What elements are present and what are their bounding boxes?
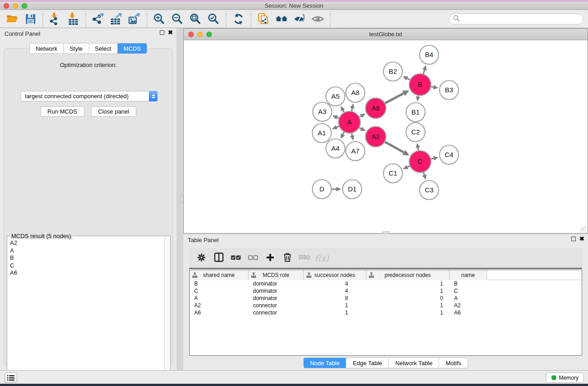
resize-grip-icon[interactable]	[581, 226, 587, 233]
table-cell[interactable]: A2	[449, 302, 487, 309]
float-panel-icon[interactable]	[571, 237, 576, 241]
table-row[interactable]: A6connector11A6	[190, 309, 582, 316]
table-cell[interactable]: 1	[366, 287, 449, 295]
table-row[interactable]: Cdominator41C	[190, 287, 582, 295]
table-cell[interactable]: 1	[366, 302, 449, 309]
table-row[interactable]: A2connector11A2	[190, 302, 582, 309]
graph-edge-A-A3[interactable]	[337, 118, 339, 119]
graph-edge-C-C1[interactable]	[407, 166, 410, 167]
zoom-in-button[interactable]	[151, 11, 167, 27]
table-cell[interactable]: A2	[190, 302, 249, 309]
tab-mcds[interactable]: MCDS	[117, 43, 147, 53]
table-cell[interactable]: connector	[249, 302, 304, 309]
table-cell[interactable]: 1	[366, 309, 449, 316]
close-window-button[interactable]	[4, 3, 9, 9]
table-cell[interactable]: dominator	[249, 295, 304, 302]
graph-edge-A6-B[interactable]	[385, 93, 404, 103]
close-panel-icon[interactable]: ✖	[579, 237, 584, 241]
result-list-item[interactable]: B	[10, 254, 162, 262]
hide-selected-button[interactable]	[292, 11, 308, 27]
graph-edge-A-A7[interactable]	[352, 133, 352, 135]
tab-node-table[interactable]: Node Table	[304, 358, 346, 368]
network-graph[interactable]: B4B2BB3A5A8A6A3AB1A1A2C2A4A7C4CC1DD1C3	[184, 40, 588, 233]
duplicate-network-button[interactable]	[255, 11, 272, 27]
houses-button[interactable]	[273, 11, 290, 27]
main-titlebar[interactable]: Session: New Session	[0, 2, 588, 10]
tab-select[interactable]: Select	[89, 43, 117, 53]
result-list-item[interactable]: C	[10, 262, 162, 270]
table-settings-button[interactable]	[194, 250, 209, 266]
show-all-button[interactable]	[310, 11, 326, 27]
column-header-MCDS-role[interactable]: MCDS role	[249, 270, 304, 280]
graph-edge-B-B3[interactable]	[431, 87, 434, 87]
result-list-item[interactable]: A	[10, 247, 162, 255]
close-panel-icon[interactable]: ✖	[168, 30, 173, 35]
result-list-item[interactable]: A2	[10, 239, 162, 247]
result-list-item[interactable]: A6	[10, 269, 162, 277]
graph-edge-C-C3[interactable]	[424, 172, 425, 175]
memory-button[interactable]: Memory	[546, 372, 584, 383]
graph-edge-C-C2[interactable]	[418, 148, 418, 151]
import-table-button[interactable]	[65, 11, 81, 27]
network-window-titlebar[interactable]: testGlobe.txt	[184, 29, 588, 40]
table-cell[interactable]: A	[449, 295, 487, 302]
table-cell[interactable]: 1	[304, 309, 366, 316]
graph-edge-A-A5[interactable]	[343, 110, 344, 112]
graph-edge-A-A4[interactable]	[343, 132, 344, 134]
tab-edge-table[interactable]: Edge Table	[346, 358, 388, 368]
search-field[interactable]	[449, 14, 583, 24]
table-cell[interactable]: connector	[249, 309, 304, 316]
save-session-button[interactable]	[22, 11, 38, 27]
float-panel-icon[interactable]	[160, 30, 164, 35]
tab-network[interactable]: Network	[30, 43, 63, 53]
optimization-criterion-select[interactable]: largest connected component (directed)	[20, 91, 158, 101]
result-scrollbar[interactable]	[164, 236, 170, 386]
column-header-shared-name[interactable]: shared name	[190, 270, 249, 280]
table-cell[interactable]: 4	[304, 280, 366, 287]
table-cell[interactable]: dominator	[249, 280, 304, 287]
tab-motifs[interactable]: Motifs	[439, 358, 468, 368]
table-cell[interactable]: A6	[190, 309, 249, 316]
zoom-window-button[interactable]	[22, 3, 27, 9]
zoom-fit-button[interactable]	[187, 11, 204, 27]
table-cell[interactable]: 0	[366, 295, 449, 302]
network-minimize-button[interactable]	[197, 32, 203, 37]
network-zoom-button[interactable]	[206, 32, 212, 37]
table-cell[interactable]: A	[190, 295, 249, 302]
panel-splitter-handle[interactable]	[181, 195, 183, 203]
graph-edge-B-B4[interactable]	[423, 70, 425, 74]
table-cell[interactable]: 8	[304, 295, 366, 302]
export-network-button[interactable]	[90, 11, 106, 27]
graph-edge-B-B2[interactable]	[407, 78, 410, 80]
table-cell[interactable]: B	[190, 280, 249, 287]
table-cell[interactable]: C	[449, 287, 487, 295]
table-cell[interactable]: 1	[304, 302, 366, 309]
graph-edge-A-A1[interactable]	[337, 126, 339, 127]
table-cell[interactable]: A6	[449, 309, 487, 316]
graph-edge-A-A6[interactable]	[359, 116, 361, 117]
export-image-button[interactable]	[126, 11, 143, 27]
table-cell[interactable]: dominator	[249, 287, 304, 295]
table-cell[interactable]: C	[190, 287, 249, 295]
graph-edge-A-A2[interactable]	[359, 128, 361, 129]
open-session-button[interactable]	[4, 11, 20, 27]
add-column-button[interactable]	[263, 250, 278, 266]
tab-style[interactable]: Style	[63, 43, 89, 53]
column-header-predecessor-nodes[interactable]: predecessor nodes	[366, 270, 449, 280]
network-close-button[interactable]	[188, 32, 194, 37]
table-cell[interactable]: B	[449, 280, 487, 287]
graph-edge-A2-C[interactable]	[385, 142, 404, 152]
table-cell[interactable]: 4	[304, 287, 366, 295]
tab-network-table[interactable]: Network Table	[388, 358, 439, 368]
run-mcds-button[interactable]: Run MCDS	[40, 106, 85, 117]
close-panel-button[interactable]: Close panel	[91, 106, 137, 117]
deselect-all-button[interactable]	[245, 250, 261, 266]
panel-splitter-handle[interactable]	[382, 231, 390, 234]
node-table[interactable]: shared nameMCDS rolesuccessor nodesprede…	[189, 270, 582, 356]
table-row[interactable]: Bdominator41B	[190, 280, 582, 287]
task-history-button[interactable]	[5, 372, 17, 383]
network-canvas[interactable]: B4B2BB3A5A8A6A3AB1A1A2C2A4A7C4CC1DD1C3	[184, 40, 588, 233]
export-table-button[interactable]	[108, 11, 124, 27]
import-network-button[interactable]	[47, 11, 63, 27]
select-all-button[interactable]	[228, 250, 244, 266]
